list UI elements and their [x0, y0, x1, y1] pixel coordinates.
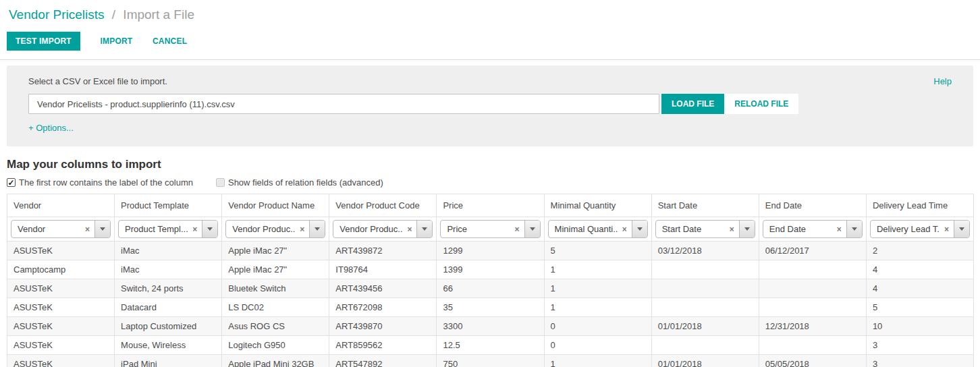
column-mapping-select[interactable]: Product Templ... ×	[118, 220, 218, 238]
table-cell: 1	[544, 279, 651, 298]
breadcrumb-parent-link[interactable]: Vendor Pricelists	[9, 7, 105, 22]
clear-selection-icon[interactable]: ×	[188, 225, 202, 234]
selected-field-label: Vendor Produc...	[333, 224, 402, 234]
table-cell: ASUSTeK	[7, 279, 115, 298]
relation-fields-checkbox[interactable]	[216, 178, 225, 187]
selected-field-label: Delivery Lead T...	[871, 224, 940, 234]
selected-field-label: Vendor Produc...	[226, 224, 295, 234]
table-cell: 66	[437, 279, 544, 298]
table-cell: Laptop Customized	[115, 317, 222, 336]
table-cell: Apple iPad Mini 32GB	[222, 355, 329, 367]
column-header: Start Date	[651, 194, 759, 217]
clear-selection-icon[interactable]: ×	[80, 225, 94, 234]
column-mapping-select[interactable]: Delivery Lead T... ×	[870, 220, 970, 238]
chevron-down-icon[interactable]	[524, 221, 540, 237]
table-row: ASUSTeKiPad MiniApple iPad Mini 32GBART5…	[7, 355, 974, 367]
relation-fields-option[interactable]: Show fields of relation fields (advanced…	[216, 177, 383, 188]
table-cell: 3300	[437, 317, 544, 336]
selected-field-label: Start Date	[656, 224, 725, 234]
column-mapping-select[interactable]: Start Date ×	[655, 220, 755, 238]
options-toggle-link[interactable]: + Options...	[28, 123, 74, 133]
table-row: ASUSTeKMouse, WirelessLogitech G950ART85…	[7, 336, 974, 355]
column-mapping-select[interactable]: Minimal Quanti... ×	[548, 220, 648, 238]
table-cell: ART439456	[329, 279, 437, 298]
clear-selection-icon[interactable]: ×	[295, 225, 309, 234]
table-cell: ART547892	[329, 355, 437, 367]
table-cell: ART859562	[329, 336, 437, 355]
column-mapping-select[interactable]: End Date ×	[763, 220, 863, 238]
reload-file-button[interactable]: RELOAD FILE	[724, 94, 798, 114]
table-cell: 1	[544, 355, 651, 367]
table-cell: ART672098	[329, 298, 437, 317]
help-link[interactable]: Help	[933, 76, 952, 86]
table-cell	[651, 298, 759, 317]
clear-selection-icon[interactable]: ×	[725, 225, 739, 234]
clear-selection-icon[interactable]: ×	[510, 225, 524, 234]
chevron-down-icon[interactable]	[846, 221, 862, 237]
table-cell: 01/01/2018	[651, 355, 759, 367]
chevron-down-icon[interactable]	[632, 221, 647, 237]
table-cell: 12/31/2018	[759, 317, 866, 336]
table-cell: 06/12/2017	[759, 242, 866, 260]
file-name-input[interactable]	[28, 94, 659, 114]
column-header: End Date	[759, 194, 866, 217]
table-cell: Logitech G950	[222, 336, 329, 355]
column-mapping-select[interactable]: Price ×	[440, 220, 540, 238]
column-header: Vendor	[7, 194, 115, 217]
column-mapping-select[interactable]: Vendor ×	[11, 220, 111, 238]
table-cell: 2	[866, 242, 973, 260]
selected-field-label: Vendor	[11, 224, 80, 234]
table-row: ASUSTeKSwitch, 24 portsBluetek SwitchART…	[7, 279, 974, 298]
table-cell: LS DC02	[222, 298, 329, 317]
table-cell: 5	[544, 242, 651, 260]
table-cell: iMac	[115, 260, 222, 279]
test-import-button[interactable]: TEST IMPORT	[7, 32, 80, 51]
file-panel: Select a CSV or Excel file to import. He…	[7, 65, 973, 146]
chevron-down-icon[interactable]	[94, 221, 110, 237]
import-button[interactable]: IMPORT	[101, 36, 133, 46]
chevron-down-icon[interactable]	[739, 221, 755, 237]
table-cell: Apple iMac 27"	[222, 260, 329, 279]
first-row-label-option[interactable]: ✓ The first row contains the label of th…	[7, 177, 193, 188]
clear-selection-icon[interactable]: ×	[940, 225, 954, 234]
breadcrumb: Vendor Pricelists / Import a File	[0, 0, 980, 26]
clear-selection-icon[interactable]: ×	[402, 225, 416, 234]
table-cell: 05/05/2018	[759, 355, 866, 367]
table-cell: Camptocamp	[7, 260, 115, 279]
column-header: Vendor Product Name	[222, 194, 329, 217]
load-file-button[interactable]: LOAD FILE	[661, 94, 724, 114]
clear-selection-icon[interactable]: ×	[832, 225, 846, 234]
table-cell: Bluetek Switch	[222, 279, 329, 298]
first-row-checkbox[interactable]: ✓	[7, 178, 16, 187]
table-cell: Apple iMac 27"	[222, 242, 329, 260]
table-cell: Switch, 24 ports	[115, 279, 222, 298]
table-cell: 1399	[437, 260, 544, 279]
table-row: ASUSTeKiMacApple iMac 27"ART439872129950…	[7, 242, 974, 260]
table-cell: iMac	[115, 242, 222, 260]
table-row: ASUSTeKDatacardLS DC02ART6720983515	[7, 298, 974, 317]
table-cell: IT98764	[329, 260, 437, 279]
chevron-down-icon[interactable]	[309, 221, 325, 237]
selected-field-label: Price	[441, 224, 510, 234]
column-mapping-select[interactable]: Vendor Produc... ×	[333, 220, 433, 238]
table-row: CamptocampiMacApple iMac 27"IT9876413991…	[7, 260, 974, 279]
column-mapping-table: VendorProduct TemplateVendor Product Nam…	[7, 194, 974, 367]
column-mapping-select[interactable]: Vendor Produc... ×	[225, 220, 325, 238]
clear-selection-icon[interactable]: ×	[618, 225, 632, 234]
table-cell: 1299	[437, 242, 544, 260]
chevron-down-icon[interactable]	[202, 221, 217, 237]
table-cell: 4	[866, 260, 973, 279]
table-cell: ASUSTeK	[7, 336, 115, 355]
select-row: Vendor × Product Templ... × Vendor Produ…	[7, 217, 974, 242]
table-cell	[759, 336, 866, 355]
breadcrumb-current: Import a File	[123, 7, 194, 22]
selected-field-label: End Date	[763, 224, 832, 234]
table-cell: 0	[544, 317, 651, 336]
table-cell: Mouse, Wireless	[115, 336, 222, 355]
chevron-down-icon[interactable]	[416, 221, 432, 237]
chevron-down-icon[interactable]	[954, 221, 969, 237]
table-cell: 3	[866, 355, 973, 367]
column-header: Minimal Quantity	[544, 194, 651, 217]
table-cell: Datacard	[115, 298, 222, 317]
cancel-button[interactable]: CANCEL	[153, 36, 187, 46]
